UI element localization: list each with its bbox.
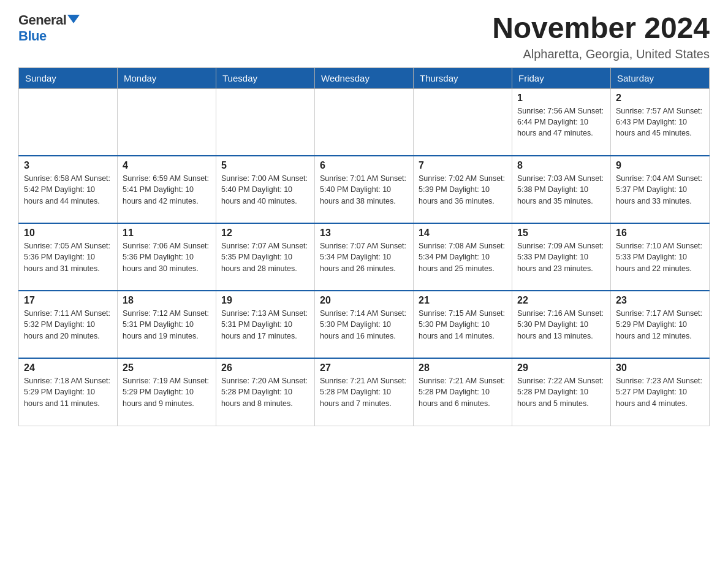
calendar-cell [216, 88, 315, 156]
calendar-cell [414, 88, 512, 156]
day-info: Sunrise: 7:21 AM Sunset: 5:28 PM Dayligh… [320, 375, 408, 408]
day-number: 30 [616, 362, 704, 373]
calendar-cell: 29Sunrise: 7:22 AM Sunset: 5:28 PM Dayli… [512, 358, 611, 426]
day-info: Sunrise: 7:07 AM Sunset: 5:35 PM Dayligh… [221, 240, 309, 274]
day-number: 2 [616, 93, 704, 104]
day-info: Sunrise: 7:06 AM Sunset: 5:36 PM Dayligh… [123, 240, 211, 274]
day-number: 22 [517, 295, 605, 306]
calendar-title: November 2024 [492, 12, 710, 45]
calendar-cell: 22Sunrise: 7:16 AM Sunset: 5:30 PM Dayli… [512, 291, 611, 358]
calendar-cell: 1Sunrise: 7:56 AM Sunset: 6:44 PM Daylig… [512, 88, 611, 156]
calendar-day-header: Sunday [19, 67, 118, 88]
day-number: 21 [419, 295, 507, 306]
calendar-cell: 24Sunrise: 7:18 AM Sunset: 5:29 PM Dayli… [19, 358, 118, 426]
day-info: Sunrise: 7:20 AM Sunset: 5:28 PM Dayligh… [221, 375, 309, 408]
calendar-cell: 9Sunrise: 7:04 AM Sunset: 5:37 PM Daylig… [611, 156, 710, 223]
day-info: Sunrise: 6:58 AM Sunset: 5:42 PM Dayligh… [24, 173, 112, 206]
calendar-day-header: Friday [512, 67, 611, 88]
calendar-cell: 27Sunrise: 7:21 AM Sunset: 5:28 PM Dayli… [315, 358, 414, 426]
day-number: 9 [616, 160, 704, 171]
day-info: Sunrise: 7:22 AM Sunset: 5:28 PM Dayligh… [517, 375, 605, 408]
day-number: 23 [616, 295, 704, 306]
calendar-week-row: 24Sunrise: 7:18 AM Sunset: 5:29 PM Dayli… [19, 358, 710, 426]
calendar-cell: 26Sunrise: 7:20 AM Sunset: 5:28 PM Dayli… [216, 358, 315, 426]
calendar-cell: 18Sunrise: 7:12 AM Sunset: 5:31 PM Dayli… [118, 291, 216, 358]
calendar-cell: 20Sunrise: 7:14 AM Sunset: 5:30 PM Dayli… [315, 291, 414, 358]
day-info: Sunrise: 7:23 AM Sunset: 5:27 PM Dayligh… [616, 375, 704, 408]
calendar-cell: 11Sunrise: 7:06 AM Sunset: 5:36 PM Dayli… [118, 223, 216, 291]
day-info: Sunrise: 6:59 AM Sunset: 5:41 PM Dayligh… [123, 173, 211, 206]
day-number: 29 [517, 362, 605, 373]
day-info: Sunrise: 7:09 AM Sunset: 5:33 PM Dayligh… [517, 240, 605, 274]
logo-general-text: General [18, 12, 66, 28]
day-number: 24 [24, 362, 112, 373]
calendar-week-row: 17Sunrise: 7:11 AM Sunset: 5:32 PM Dayli… [19, 291, 710, 358]
calendar-cell: 7Sunrise: 7:02 AM Sunset: 5:39 PM Daylig… [414, 156, 512, 223]
day-info: Sunrise: 7:17 AM Sunset: 5:29 PM Dayligh… [616, 308, 704, 341]
calendar-cell: 21Sunrise: 7:15 AM Sunset: 5:30 PM Dayli… [414, 291, 512, 358]
calendar-day-header: Saturday [611, 67, 710, 88]
day-info: Sunrise: 7:57 AM Sunset: 6:43 PM Dayligh… [616, 105, 704, 139]
calendar-cell: 25Sunrise: 7:19 AM Sunset: 5:29 PM Dayli… [118, 358, 216, 426]
day-info: Sunrise: 7:05 AM Sunset: 5:36 PM Dayligh… [24, 240, 112, 274]
day-info: Sunrise: 7:03 AM Sunset: 5:38 PM Dayligh… [517, 173, 605, 206]
calendar-cell [118, 88, 216, 156]
day-info: Sunrise: 7:13 AM Sunset: 5:31 PM Dayligh… [221, 308, 309, 341]
day-number: 8 [517, 160, 605, 171]
calendar-week-row: 1Sunrise: 7:56 AM Sunset: 6:44 PM Daylig… [19, 88, 710, 156]
day-info: Sunrise: 7:16 AM Sunset: 5:30 PM Dayligh… [517, 308, 605, 341]
calendar-header-row: SundayMondayTuesdayWednesdayThursdayFrid… [19, 67, 710, 88]
calendar-cell: 28Sunrise: 7:21 AM Sunset: 5:28 PM Dayli… [414, 358, 512, 426]
day-number: 26 [221, 362, 309, 373]
calendar-day-header: Thursday [414, 67, 512, 88]
calendar-cell [19, 88, 118, 156]
day-info: Sunrise: 7:56 AM Sunset: 6:44 PM Dayligh… [517, 105, 605, 139]
calendar-cell: 8Sunrise: 7:03 AM Sunset: 5:38 PM Daylig… [512, 156, 611, 223]
calendar-subtitle: Alpharetta, Georgia, United States [492, 47, 710, 61]
calendar-week-row: 10Sunrise: 7:05 AM Sunset: 5:36 PM Dayli… [19, 223, 710, 291]
day-info: Sunrise: 7:02 AM Sunset: 5:39 PM Dayligh… [419, 173, 507, 206]
calendar-cell [315, 88, 414, 156]
calendar-cell: 3Sunrise: 6:58 AM Sunset: 5:42 PM Daylig… [19, 156, 118, 223]
day-number: 11 [123, 228, 211, 239]
day-number: 18 [123, 295, 211, 306]
title-block: November 2024 Alpharetta, Georgia, Unite… [492, 12, 710, 61]
calendar-cell: 6Sunrise: 7:01 AM Sunset: 5:40 PM Daylig… [315, 156, 414, 223]
day-number: 19 [221, 295, 309, 306]
day-info: Sunrise: 7:14 AM Sunset: 5:30 PM Dayligh… [320, 308, 408, 341]
day-number: 17 [24, 295, 112, 306]
day-number: 10 [24, 228, 112, 239]
day-number: 28 [419, 362, 507, 373]
day-number: 14 [419, 228, 507, 239]
day-number: 3 [24, 160, 112, 171]
day-info: Sunrise: 7:01 AM Sunset: 5:40 PM Dayligh… [320, 173, 408, 206]
logo-triangle-icon [67, 15, 80, 23]
calendar-cell: 14Sunrise: 7:08 AM Sunset: 5:34 PM Dayli… [414, 223, 512, 291]
day-number: 15 [517, 228, 605, 239]
calendar-cell: 12Sunrise: 7:07 AM Sunset: 5:35 PM Dayli… [216, 223, 315, 291]
day-number: 4 [123, 160, 211, 171]
calendar-cell: 17Sunrise: 7:11 AM Sunset: 5:32 PM Dayli… [19, 291, 118, 358]
calendar-cell: 16Sunrise: 7:10 AM Sunset: 5:33 PM Dayli… [611, 223, 710, 291]
day-info: Sunrise: 7:21 AM Sunset: 5:28 PM Dayligh… [419, 375, 507, 408]
calendar-day-header: Wednesday [315, 67, 414, 88]
calendar-cell: 2Sunrise: 7:57 AM Sunset: 6:43 PM Daylig… [611, 88, 710, 156]
day-number: 27 [320, 362, 408, 373]
day-info: Sunrise: 7:07 AM Sunset: 5:34 PM Dayligh… [320, 240, 408, 274]
day-info: Sunrise: 7:12 AM Sunset: 5:31 PM Dayligh… [123, 308, 211, 341]
day-number: 25 [123, 362, 211, 373]
calendar-week-row: 3Sunrise: 6:58 AM Sunset: 5:42 PM Daylig… [19, 156, 710, 223]
day-number: 1 [517, 93, 605, 104]
logo: General Blue [18, 12, 80, 44]
calendar-cell: 13Sunrise: 7:07 AM Sunset: 5:34 PM Dayli… [315, 223, 414, 291]
day-number: 16 [616, 228, 704, 239]
calendar-cell: 30Sunrise: 7:23 AM Sunset: 5:27 PM Dayli… [611, 358, 710, 426]
calendar-day-header: Monday [118, 67, 216, 88]
day-number: 6 [320, 160, 408, 171]
calendar-cell: 23Sunrise: 7:17 AM Sunset: 5:29 PM Dayli… [611, 291, 710, 358]
calendar-table: SundayMondayTuesdayWednesdayThursdayFrid… [18, 67, 710, 426]
calendar-cell: 19Sunrise: 7:13 AM Sunset: 5:31 PM Dayli… [216, 291, 315, 358]
logo-blue-text: Blue [18, 28, 47, 44]
calendar-cell: 10Sunrise: 7:05 AM Sunset: 5:36 PM Dayli… [19, 223, 118, 291]
day-info: Sunrise: 7:15 AM Sunset: 5:30 PM Dayligh… [419, 308, 507, 341]
